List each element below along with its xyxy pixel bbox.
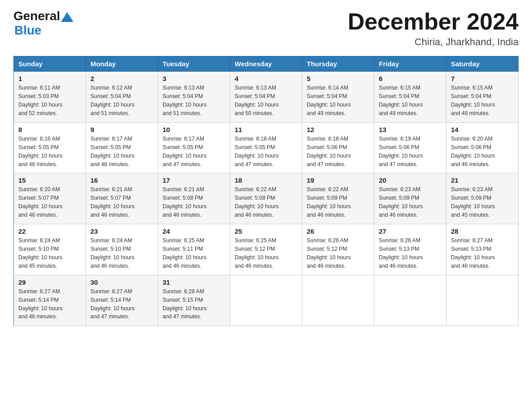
- day-number: 3: [163, 75, 225, 82]
- day-info: Sunrise: 6:20 AMSunset: 5:06 PMDaylight:…: [451, 136, 495, 167]
- calendar-week-row: 22 Sunrise: 6:24 AMSunset: 5:10 PMDaylig…: [14, 224, 519, 275]
- weekday-header-saturday: Saturday: [446, 56, 519, 72]
- calendar-table: SundayMondayTuesdayWednesdayThursdayFrid…: [13, 56, 519, 326]
- calendar-cell: 13 Sunrise: 6:19 AMSunset: 5:06 PMDaylig…: [374, 122, 446, 173]
- calendar-cell: 12 Sunrise: 6:18 AMSunset: 5:06 PMDaylig…: [302, 122, 374, 173]
- day-number: 10: [163, 126, 225, 133]
- day-info: Sunrise: 6:11 AMSunset: 5:03 PMDaylight:…: [18, 85, 62, 116]
- calendar-cell: 22 Sunrise: 6:24 AMSunset: 5:10 PMDaylig…: [14, 224, 86, 275]
- weekday-header-wednesday: Wednesday: [230, 56, 302, 72]
- calendar-week-row: 1 Sunrise: 6:11 AMSunset: 5:03 PMDayligh…: [14, 72, 519, 123]
- day-number: 31: [163, 278, 225, 286]
- calendar-cell: 6 Sunrise: 6:15 AMSunset: 5:04 PMDayligh…: [374, 72, 446, 123]
- calendar-cell: 2 Sunrise: 6:12 AMSunset: 5:04 PMDayligh…: [86, 72, 158, 123]
- day-number: 21: [451, 176, 514, 184]
- weekday-header-sunday: Sunday: [14, 56, 86, 72]
- day-info: Sunrise: 6:12 AMSunset: 5:04 PMDaylight:…: [90, 85, 134, 116]
- calendar-cell: 24 Sunrise: 6:25 AMSunset: 5:11 PMDaylig…: [158, 224, 230, 275]
- calendar-cell: 1 Sunrise: 6:11 AMSunset: 5:03 PMDayligh…: [14, 72, 86, 123]
- calendar-cell: 21 Sunrise: 6:23 AMSunset: 5:09 PMDaylig…: [446, 173, 519, 224]
- calendar-cell: [446, 275, 519, 326]
- day-info: Sunrise: 6:15 AMSunset: 5:04 PMDaylight:…: [379, 85, 423, 116]
- day-info: Sunrise: 6:18 AMSunset: 5:06 PMDaylight:…: [307, 136, 351, 167]
- calendar-cell: 27 Sunrise: 6:26 AMSunset: 5:13 PMDaylig…: [374, 224, 446, 275]
- day-info: Sunrise: 6:20 AMSunset: 5:07 PMDaylight:…: [18, 186, 62, 218]
- calendar-cell: 20 Sunrise: 6:23 AMSunset: 5:09 PMDaylig…: [374, 173, 446, 224]
- day-number: 30: [90, 278, 153, 286]
- calendar-cell: 18 Sunrise: 6:22 AMSunset: 5:08 PMDaylig…: [230, 173, 302, 224]
- day-info: Sunrise: 6:27 AMSunset: 5:13 PMDaylight:…: [451, 237, 495, 269]
- day-info: Sunrise: 6:22 AMSunset: 5:09 PMDaylight:…: [307, 186, 351, 218]
- day-info: Sunrise: 6:25 AMSunset: 5:11 PMDaylight:…: [163, 237, 206, 269]
- calendar-body: 1 Sunrise: 6:11 AMSunset: 5:03 PMDayligh…: [14, 72, 519, 326]
- day-info: Sunrise: 6:23 AMSunset: 5:09 PMDaylight:…: [451, 186, 495, 218]
- calendar-cell: 7 Sunrise: 6:15 AMSunset: 5:04 PMDayligh…: [446, 72, 519, 123]
- day-info: Sunrise: 6:21 AMSunset: 5:08 PMDaylight:…: [163, 186, 206, 218]
- day-number: 9: [90, 126, 153, 133]
- day-number: 23: [90, 227, 153, 235]
- day-number: 26: [307, 227, 369, 235]
- calendar-cell: 8 Sunrise: 6:16 AMSunset: 5:05 PMDayligh…: [14, 122, 86, 173]
- day-info: Sunrise: 6:13 AMSunset: 5:04 PMDaylight:…: [163, 85, 206, 116]
- day-number: 29: [18, 278, 81, 286]
- day-number: 2: [90, 75, 153, 82]
- logo-blue-text: Blue: [14, 23, 42, 38]
- day-info: Sunrise: 6:24 AMSunset: 5:10 PMDaylight:…: [90, 237, 134, 269]
- calendar-cell: 28 Sunrise: 6:27 AMSunset: 5:13 PMDaylig…: [446, 224, 519, 275]
- day-info: Sunrise: 6:16 AMSunset: 5:05 PMDaylight:…: [18, 136, 62, 167]
- day-info: Sunrise: 6:27 AMSunset: 5:14 PMDaylight:…: [90, 288, 134, 320]
- calendar-cell: 23 Sunrise: 6:24 AMSunset: 5:10 PMDaylig…: [86, 224, 158, 275]
- day-info: Sunrise: 6:21 AMSunset: 5:07 PMDaylight:…: [90, 186, 134, 218]
- day-info: Sunrise: 6:28 AMSunset: 5:15 PMDaylight:…: [163, 288, 206, 320]
- day-number: 1: [18, 75, 81, 82]
- day-number: 18: [235, 176, 297, 184]
- logo-triangle-icon: [61, 12, 73, 22]
- calendar-cell: 17 Sunrise: 6:21 AMSunset: 5:08 PMDaylig…: [158, 173, 230, 224]
- calendar-cell: 9 Sunrise: 6:17 AMSunset: 5:05 PMDayligh…: [86, 122, 158, 173]
- calendar-cell: 19 Sunrise: 6:22 AMSunset: 5:09 PMDaylig…: [302, 173, 374, 224]
- day-number: 28: [451, 227, 514, 235]
- calendar-cell: [374, 275, 446, 326]
- day-number: 20: [379, 176, 442, 184]
- weekday-header-monday: Monday: [86, 56, 158, 72]
- day-info: Sunrise: 6:14 AMSunset: 5:04 PMDaylight:…: [307, 85, 351, 116]
- day-info: Sunrise: 6:24 AMSunset: 5:10 PMDaylight:…: [18, 237, 62, 269]
- calendar-cell: 14 Sunrise: 6:20 AMSunset: 5:06 PMDaylig…: [446, 122, 519, 173]
- day-number: 25: [235, 227, 297, 235]
- calendar-week-row: 29 Sunrise: 6:27 AMSunset: 5:14 PMDaylig…: [14, 275, 519, 326]
- day-info: Sunrise: 6:27 AMSunset: 5:14 PMDaylight:…: [18, 288, 62, 320]
- calendar-cell: 5 Sunrise: 6:14 AMSunset: 5:04 PMDayligh…: [302, 72, 374, 123]
- calendar-cell: 3 Sunrise: 6:13 AMSunset: 5:04 PMDayligh…: [158, 72, 230, 123]
- calendar-week-row: 15 Sunrise: 6:20 AMSunset: 5:07 PMDaylig…: [14, 173, 519, 224]
- weekday-header-thursday: Thursday: [302, 56, 374, 72]
- calendar-cell: 10 Sunrise: 6:17 AMSunset: 5:05 PMDaylig…: [158, 122, 230, 173]
- day-number: 12: [307, 126, 369, 133]
- day-number: 6: [379, 75, 442, 82]
- day-info: Sunrise: 6:18 AMSunset: 5:05 PMDaylight:…: [235, 136, 279, 167]
- calendar-cell: 4 Sunrise: 6:13 AMSunset: 5:04 PMDayligh…: [230, 72, 302, 123]
- weekday-header-row: SundayMondayTuesdayWednesdayThursdayFrid…: [14, 56, 519, 72]
- day-number: 5: [307, 75, 369, 82]
- calendar-title: December 2024: [348, 9, 519, 34]
- calendar-cell: 15 Sunrise: 6:20 AMSunset: 5:07 PMDaylig…: [14, 173, 86, 224]
- day-number: 4: [235, 75, 297, 82]
- calendar-cell: [230, 275, 302, 326]
- day-info: Sunrise: 6:13 AMSunset: 5:04 PMDaylight:…: [235, 85, 279, 116]
- page-header: General Blue December 2024 Chiria, Jhark…: [13, 9, 519, 48]
- weekday-header-tuesday: Tuesday: [158, 56, 230, 72]
- day-number: 22: [18, 227, 81, 235]
- day-number: 24: [163, 227, 225, 235]
- calendar-header: SundayMondayTuesdayWednesdayThursdayFrid…: [14, 56, 519, 72]
- day-number: 14: [451, 126, 514, 133]
- day-number: 11: [235, 126, 297, 133]
- calendar-cell: 31 Sunrise: 6:28 AMSunset: 5:15 PMDaylig…: [158, 275, 230, 326]
- calendar-week-row: 8 Sunrise: 6:16 AMSunset: 5:05 PMDayligh…: [14, 122, 519, 173]
- day-number: 27: [379, 227, 442, 235]
- day-number: 16: [90, 176, 153, 184]
- day-info: Sunrise: 6:25 AMSunset: 5:12 PMDaylight:…: [235, 237, 279, 269]
- weekday-header-friday: Friday: [374, 56, 446, 72]
- day-info: Sunrise: 6:26 AMSunset: 5:13 PMDaylight:…: [379, 237, 423, 269]
- day-number: 8: [18, 126, 81, 133]
- day-info: Sunrise: 6:17 AMSunset: 5:05 PMDaylight:…: [90, 136, 134, 167]
- day-info: Sunrise: 6:17 AMSunset: 5:05 PMDaylight:…: [163, 136, 206, 167]
